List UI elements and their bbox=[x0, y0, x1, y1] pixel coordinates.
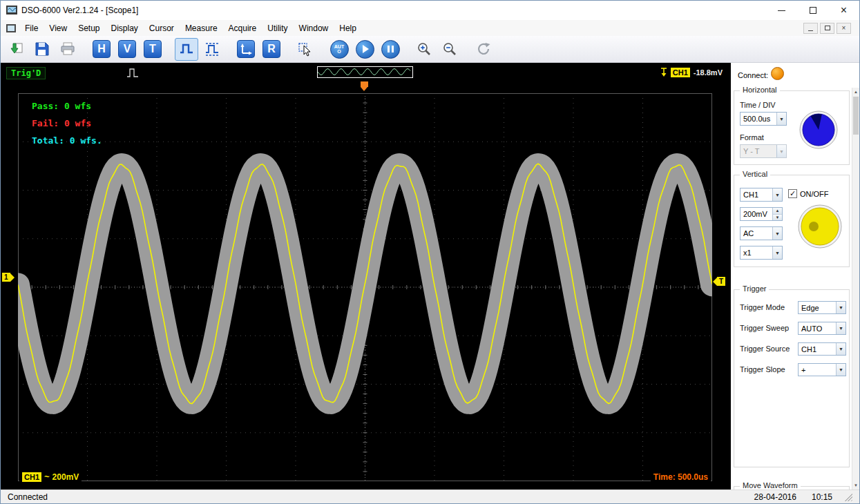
onoff-label: ON/OFF bbox=[800, 190, 829, 198]
trigger-position-marker[interactable] bbox=[361, 81, 368, 91]
trigger-slope-label: Trigger Slope bbox=[740, 365, 785, 374]
volts-div-spinner[interactable]: 200mV ▲▼ bbox=[740, 207, 783, 221]
sync-button[interactable] bbox=[472, 38, 495, 61]
chevron-down-icon[interactable]: ▼ bbox=[836, 302, 845, 313]
spinner-buttons: ▲▼ bbox=[772, 208, 782, 220]
trigger-level-marker[interactable]: T bbox=[713, 277, 725, 286]
horizontal-knob[interactable] bbox=[799, 110, 838, 151]
zoom-out-button[interactable] bbox=[438, 38, 461, 61]
scroll-down-icon[interactable]: ▼ bbox=[852, 481, 859, 490]
control-panel: Connect: Horizontal Time / DIV 500.0us ▼… bbox=[731, 63, 859, 490]
vertical-knob[interactable] bbox=[798, 204, 842, 250]
menu-measure[interactable]: Measure bbox=[180, 21, 223, 35]
horizontal-group: Horizontal Time / DIV 500.0us ▼ Format Y… bbox=[734, 90, 850, 165]
app-icon bbox=[6, 5, 17, 16]
vertical-group: Vertical CH1 ▼ ✓ ON/OFF 200mV ▲▼ AC ▼ bbox=[734, 175, 850, 267]
menu-acquire[interactable]: Acquire bbox=[223, 21, 262, 35]
chevron-down-icon[interactable]: ▼ bbox=[776, 113, 786, 125]
chevron-down-icon[interactable]: ▼ bbox=[772, 227, 782, 240]
trigger-sweep-value: AUTO bbox=[799, 324, 836, 333]
menu-display[interactable]: Display bbox=[106, 21, 144, 35]
print-button[interactable] bbox=[56, 38, 79, 61]
zoom-out-icon bbox=[442, 41, 457, 57]
chevron-down-icon: ▼ bbox=[776, 145, 786, 157]
time-div-label: Time / DIV bbox=[740, 101, 776, 109]
scope-display[interactable] bbox=[18, 93, 712, 481]
waveform-preview-strip[interactable] bbox=[317, 66, 413, 78]
checkbox-checked-icon[interactable]: ✓ bbox=[788, 189, 797, 198]
trigger-slope-select[interactable]: + ▼ bbox=[798, 363, 846, 376]
minimize-button[interactable] bbox=[766, 1, 797, 20]
h-icon: H bbox=[93, 40, 111, 58]
ground-level-marker[interactable]: 1 bbox=[2, 273, 15, 282]
refresh-view-button[interactable]: R bbox=[260, 38, 283, 61]
channel-select[interactable]: CH1 ▼ bbox=[740, 188, 783, 202]
pass-fail-test-button[interactable] bbox=[175, 38, 198, 61]
marker-body bbox=[361, 81, 368, 87]
menu-setup[interactable]: Setup bbox=[73, 21, 105, 35]
mdi-restore-button[interactable] bbox=[820, 23, 834, 34]
run-button[interactable] bbox=[353, 38, 376, 61]
connect-indicator[interactable] bbox=[771, 67, 784, 80]
trigger-source-value: CH1 bbox=[799, 345, 836, 353]
cursor-tool-button[interactable] bbox=[294, 38, 317, 61]
channel-badge: CH1 bbox=[22, 472, 41, 482]
coupling-value: AC bbox=[740, 229, 772, 238]
save-button[interactable] bbox=[30, 38, 54, 61]
horizontal-settings-button[interactable]: H bbox=[90, 38, 113, 61]
chevron-down-icon[interactable]: ▼ bbox=[836, 364, 845, 376]
vertical-settings-button[interactable]: V bbox=[115, 38, 139, 61]
trigger-marker-label: T bbox=[717, 277, 725, 286]
close-button[interactable]: × bbox=[828, 1, 859, 20]
restore-icon bbox=[825, 26, 830, 30]
pulse-limits-icon bbox=[204, 41, 220, 57]
mdi-minimize-button[interactable] bbox=[803, 23, 818, 34]
chevron-down-icon[interactable]: ▼ bbox=[772, 188, 782, 201]
chevron-down-icon[interactable]: ▼ bbox=[836, 343, 845, 355]
spin-down-icon[interactable]: ▼ bbox=[773, 214, 782, 221]
chevron-down-icon[interactable]: ▼ bbox=[772, 246, 782, 259]
fail-count: Fail: 0 wfs bbox=[32, 115, 102, 132]
panel-scrollbar[interactable]: ▲ ▼ bbox=[852, 88, 859, 490]
timebase-readout: Time: 500.0us bbox=[651, 472, 711, 483]
play-icon bbox=[356, 40, 374, 59]
menu-help[interactable]: Help bbox=[334, 21, 362, 35]
pause-button[interactable] bbox=[379, 38, 402, 61]
v-icon: V bbox=[118, 40, 136, 58]
scrollbar-thumb[interactable] bbox=[853, 97, 859, 135]
mdi-close-button[interactable]: × bbox=[837, 23, 851, 34]
trigger-sweep-select[interactable]: AUTO ▼ bbox=[798, 322, 846, 335]
floppy-disk-icon bbox=[35, 42, 49, 56]
time-div-select[interactable]: 500.0us ▼ bbox=[740, 112, 787, 126]
maximize-button[interactable] bbox=[797, 1, 828, 20]
coupling-select[interactable]: AC ▼ bbox=[740, 226, 783, 240]
statusbar: Connected 28-04-2016 10:15 bbox=[1, 490, 859, 503]
trigger-mode-select[interactable]: Edge ▼ bbox=[798, 301, 846, 314]
time-div-value: 500.0us bbox=[740, 115, 776, 123]
channel-onoff[interactable]: ✓ ON/OFF bbox=[788, 189, 829, 198]
scroll-up-icon[interactable]: ▲ bbox=[852, 88, 859, 96]
waveform-limit-button[interactable] bbox=[200, 38, 224, 61]
spin-up-icon[interactable]: ▲ bbox=[773, 208, 782, 214]
chevron-down-icon[interactable]: ▼ bbox=[836, 322, 845, 334]
auto-setup-button[interactable]: AUTO bbox=[327, 38, 351, 61]
total-count: Total: 0 wfs. bbox=[32, 132, 102, 149]
menu-file[interactable]: File bbox=[19, 21, 44, 35]
vertical-group-title: Vertical bbox=[740, 170, 770, 178]
zoom-in-button[interactable] bbox=[412, 38, 436, 61]
load-waveform-button[interactable] bbox=[5, 38, 28, 61]
xy-mode-button[interactable] bbox=[234, 38, 258, 61]
auto-icon: AUTO bbox=[330, 40, 349, 59]
resize-grip[interactable] bbox=[843, 492, 852, 501]
menu-view[interactable]: View bbox=[44, 21, 73, 35]
probe-select[interactable]: x1 ▼ bbox=[740, 246, 783, 260]
format-select[interactable]: Y - T ▼ bbox=[740, 144, 787, 158]
trigger-settings-button[interactable]: T bbox=[141, 38, 164, 61]
menu-cursor[interactable]: Cursor bbox=[144, 21, 180, 35]
preview-waveform bbox=[318, 67, 411, 77]
menu-window[interactable]: Window bbox=[294, 21, 334, 35]
trigger-source-select[interactable]: CH1 ▼ bbox=[798, 342, 846, 356]
titlebar: DSO-6000 Ver2.1.24 - [Scope1] × bbox=[1, 1, 859, 20]
minimize-icon bbox=[808, 30, 813, 31]
menu-utility[interactable]: Utility bbox=[262, 21, 293, 35]
